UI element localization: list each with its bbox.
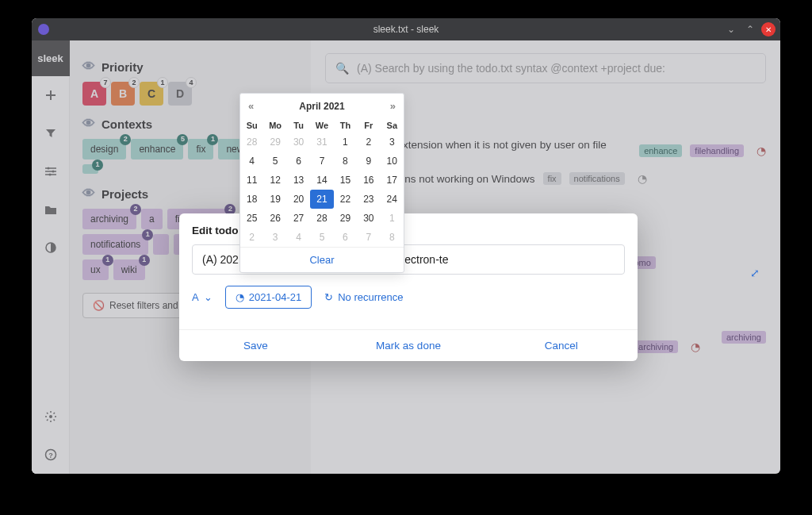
priority-value: A <box>192 291 199 303</box>
clock-icon: ◔ <box>236 291 244 303</box>
mark-done-button[interactable]: Mark as done <box>332 330 485 361</box>
cal-day[interactable]: 26 <box>263 209 286 228</box>
cal-day[interactable]: 27 <box>287 209 310 228</box>
cal-dow: Th <box>334 118 357 133</box>
recurrence-button[interactable]: ↻ No recurrence <box>324 291 403 303</box>
priority-select[interactable]: A ⌄ <box>192 291 213 303</box>
cal-day[interactable]: 29 <box>334 209 357 228</box>
cal-month-label: April 2021 <box>299 101 344 112</box>
app-window: sleek.txt - sleek ⌄ ⌃ ✕ sleek ? 👁 Priori… <box>32 18 780 474</box>
cal-day[interactable]: 18 <box>240 190 263 209</box>
cal-day[interactable]: 31 <box>310 133 333 152</box>
cal-day[interactable]: 4 <box>240 152 263 171</box>
cal-day[interactable]: 5 <box>310 228 333 247</box>
cal-day[interactable]: 15 <box>334 171 357 190</box>
cal-dow: Sa <box>381 118 404 133</box>
repeat-icon: ↻ <box>324 291 333 303</box>
cal-day[interactable]: 29 <box>263 133 286 152</box>
cal-day[interactable]: 8 <box>381 228 404 247</box>
cal-dow: Fr <box>357 118 380 133</box>
cal-next-button[interactable]: » <box>390 100 396 112</box>
cal-day[interactable]: 14 <box>310 171 333 190</box>
app-logo-icon <box>38 24 49 35</box>
cal-day[interactable]: 21 <box>310 190 333 209</box>
cal-day[interactable]: 23 <box>357 190 380 209</box>
cal-day[interactable]: 3 <box>381 133 404 152</box>
cal-day[interactable]: 6 <box>334 228 357 247</box>
cal-day[interactable]: 3 <box>263 228 286 247</box>
recurrence-value: No recurrence <box>338 291 403 303</box>
cal-day[interactable]: 28 <box>240 133 263 152</box>
cal-day[interactable]: 16 <box>357 171 380 190</box>
cancel-button[interactable]: Cancel <box>485 330 638 361</box>
cal-day[interactable]: 8 <box>334 152 357 171</box>
cal-day[interactable]: 25 <box>240 209 263 228</box>
window-title: sleek.txt - sleek <box>373 24 439 35</box>
window-controls: ⌄ ⌃ ✕ <box>723 21 776 37</box>
cal-dow: We <box>310 118 333 133</box>
cal-day[interactable]: 17 <box>381 171 404 190</box>
cal-day[interactable]: 13 <box>287 171 310 190</box>
cal-day[interactable]: 1 <box>381 209 404 228</box>
cal-day[interactable]: 30 <box>357 209 380 228</box>
modal-footer: Save Mark as done Cancel <box>179 329 638 361</box>
expand-icon[interactable]: ⤢ <box>750 267 760 279</box>
close-icon[interactable]: ✕ <box>761 22 776 37</box>
save-button[interactable]: Save <box>179 330 332 361</box>
cal-day[interactable]: 2 <box>357 133 380 152</box>
due-date-value: 2021-04-21 <box>249 291 302 303</box>
cal-day[interactable]: 11 <box>240 171 263 190</box>
cal-day[interactable]: 7 <box>357 228 380 247</box>
date-picker: « April 2021 » SuMoTuWeThFrSa28293031123… <box>239 93 404 273</box>
maximize-icon[interactable]: ⌃ <box>742 21 758 37</box>
cal-dow: Su <box>240 118 263 133</box>
cal-clear-button[interactable]: Clear <box>240 247 404 272</box>
cal-day[interactable]: 9 <box>357 152 380 171</box>
cal-day[interactable]: 7 <box>310 152 333 171</box>
minimize-icon[interactable]: ⌄ <box>723 21 739 37</box>
cal-day[interactable]: 5 <box>263 152 286 171</box>
app-body: sleek ? 👁 Priority A7B2C1D4 👁 Contexts d… <box>32 40 780 474</box>
cal-day[interactable]: 1 <box>334 133 357 152</box>
cal-day[interactable]: 24 <box>381 190 404 209</box>
cal-day[interactable]: 30 <box>287 133 310 152</box>
cal-day[interactable]: 28 <box>310 209 333 228</box>
cal-dow: Tu <box>287 118 310 133</box>
cal-day[interactable]: 20 <box>287 190 310 209</box>
titlebar: sleek.txt - sleek ⌄ ⌃ ✕ <box>32 18 780 40</box>
calendar-grid: SuMoTuWeThFrSa28293031123456789101112131… <box>240 118 404 247</box>
cal-day[interactable]: 22 <box>334 190 357 209</box>
cal-dow: Mo <box>263 118 286 133</box>
due-date-button[interactable]: ◔ 2021-04-21 <box>225 286 312 309</box>
cal-day[interactable]: 12 <box>263 171 286 190</box>
cal-day[interactable]: 19 <box>263 190 286 209</box>
cal-day[interactable]: 6 <box>287 152 310 171</box>
cal-day[interactable]: 4 <box>287 228 310 247</box>
chevron-down-icon: ⌄ <box>204 291 213 303</box>
cal-day[interactable]: 2 <box>240 228 263 247</box>
cal-day[interactable]: 10 <box>381 152 404 171</box>
cal-prev-button[interactable]: « <box>248 100 254 112</box>
